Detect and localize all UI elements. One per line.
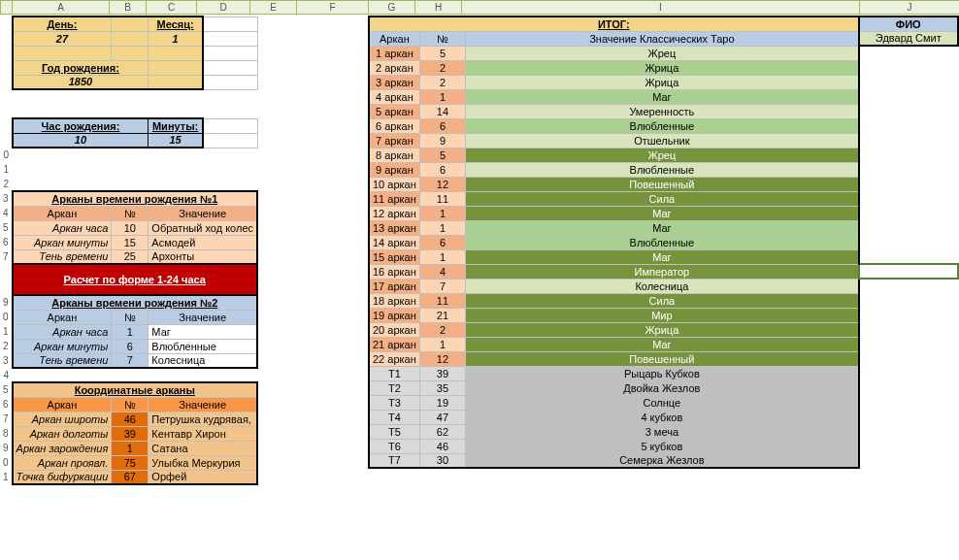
cell[interactable] — [859, 439, 958, 453]
t-meaning[interactable]: 4 кубков — [466, 410, 859, 424]
arcane-meaning[interactable]: Сила — [466, 191, 859, 206]
bt1-r1-m[interactable]: Асмодей — [149, 235, 257, 249]
coord-r0-a[interactable]: Аркан широты — [13, 412, 112, 426]
t-meaning[interactable]: Семерка Жезлов — [466, 453, 859, 468]
arcane-label[interactable]: 6 аркан — [369, 118, 419, 133]
arcane-num[interactable]: 5 — [419, 148, 465, 162]
coord-r4-a[interactable]: Точка бифуркации — [13, 470, 112, 484]
bt1-r2-m[interactable]: Архонты — [149, 249, 257, 264]
arcane-meaning[interactable]: Влюбленные — [466, 235, 859, 249]
arcane-label[interactable]: 1 аркан — [369, 46, 419, 60]
arcane-label[interactable]: 13 аркан — [369, 220, 419, 235]
cell[interactable] — [859, 46, 958, 60]
year-value[interactable]: 1850 — [13, 75, 149, 89]
arcane-num[interactable]: 1 — [419, 206, 465, 220]
coord-r2-m[interactable]: Сатана — [149, 441, 257, 455]
cell[interactable] — [13, 46, 112, 60]
cell[interactable] — [859, 293, 958, 308]
cell[interactable] — [859, 351, 958, 366]
coord-r1-n[interactable]: 39 — [112, 426, 149, 441]
col-E[interactable]: E — [250, 1, 297, 15]
arcane-label[interactable]: 11 аркан — [369, 191, 419, 206]
coord-r0-m[interactable]: Петрушка кудрявая, — [149, 412, 257, 426]
bt1-r1-n[interactable]: 15 — [112, 235, 149, 249]
t-label[interactable]: Т6 — [369, 439, 419, 453]
arcane-num[interactable]: 5 — [419, 46, 465, 60]
t-num[interactable]: 19 — [419, 395, 465, 410]
coord-r2-a[interactable]: Аркан зарождения — [13, 441, 112, 455]
bt1-r0-m[interactable]: Обратный ход колес — [149, 220, 257, 235]
bt1-r0-n[interactable]: 10 — [112, 220, 149, 235]
bt1-r2-n[interactable]: 25 — [112, 249, 149, 264]
t-label[interactable]: Т3 — [369, 395, 419, 410]
t-meaning[interactable]: 3 меча — [466, 424, 859, 439]
cell[interactable] — [859, 279, 958, 293]
arcane-label[interactable]: 10 аркан — [369, 177, 419, 191]
arcane-meaning[interactable]: Жрица — [466, 60, 859, 75]
cell[interactable] — [859, 453, 958, 468]
coord-r4-m[interactable]: Орфей — [149, 470, 257, 484]
cell[interactable] — [203, 118, 257, 133]
cell[interactable] — [203, 46, 257, 60]
arcane-label[interactable]: 3 аркан — [369, 75, 419, 89]
cell[interactable] — [859, 148, 958, 162]
coord-r1-m[interactable]: Кентавр Хирон — [149, 426, 257, 441]
arcane-num[interactable]: 6 — [419, 235, 465, 249]
coord-r1-a[interactable]: Аркан долготы — [13, 426, 112, 441]
arcane-num[interactable]: 1 — [419, 220, 465, 235]
col-B[interactable]: B — [110, 1, 147, 15]
arcane-meaning[interactable]: Влюбленные — [466, 118, 859, 133]
bt2-r0-a[interactable]: Аркан часа — [13, 324, 112, 339]
t-num[interactable]: 35 — [419, 380, 465, 395]
col-F[interactable]: F — [297, 1, 369, 15]
cell[interactable] — [859, 424, 958, 439]
arcane-label[interactable]: 15 аркан — [369, 249, 419, 264]
col-G[interactable]: G — [369, 1, 415, 15]
cell[interactable] — [149, 46, 203, 60]
cell[interactable] — [859, 104, 958, 118]
cell[interactable] — [859, 220, 958, 235]
arcane-label[interactable]: 5 аркан — [369, 104, 419, 118]
arcane-label[interactable]: 16 аркан — [369, 264, 419, 279]
bt1-r0-a[interactable]: Аркан часа — [13, 220, 112, 235]
arcane-meaning[interactable]: Маг — [466, 89, 859, 104]
arcane-label[interactable]: 20 аркан — [369, 322, 419, 337]
coord-r4-n[interactable]: 67 — [112, 470, 149, 484]
t-label[interactable]: Т4 — [369, 410, 419, 424]
fio-value[interactable]: Эдвард Смит — [859, 31, 958, 46]
arcane-num[interactable]: 1 — [419, 249, 465, 264]
arcane-label[interactable]: 8 аркан — [369, 148, 419, 162]
cell[interactable] — [859, 249, 958, 264]
arcane-label[interactable]: 17 аркан — [369, 279, 419, 293]
cell[interactable] — [112, 46, 149, 60]
day-value[interactable]: 27 — [13, 31, 112, 46]
cell[interactable] — [203, 75, 257, 89]
arcane-meaning[interactable]: Жрец — [466, 148, 859, 162]
arcane-meaning[interactable]: Маг — [466, 249, 859, 264]
arcane-meaning[interactable]: Влюбленные — [466, 162, 859, 177]
cell[interactable] — [859, 235, 958, 249]
col-H[interactable]: H — [415, 1, 462, 15]
cell[interactable] — [149, 75, 203, 89]
hour-value[interactable]: 10 — [13, 133, 149, 148]
coord-r2-n[interactable]: 1 — [112, 441, 149, 455]
bt2-r0-n[interactable]: 1 — [112, 324, 149, 339]
cell[interactable] — [203, 133, 257, 148]
cell[interactable] — [859, 133, 958, 148]
t-label[interactable]: Т5 — [369, 424, 419, 439]
red-bar[interactable]: Расчет по форме 1-24 часа — [13, 264, 257, 295]
arcane-meaning[interactable]: Умеренность — [466, 104, 859, 118]
arcane-num[interactable]: 7 — [419, 279, 465, 293]
cell[interactable] — [203, 31, 257, 46]
bt2-r0-m[interactable]: Маг — [149, 324, 257, 339]
cell[interactable] — [149, 60, 203, 75]
arcane-meaning[interactable]: Сила — [466, 293, 859, 308]
month-value[interactable]: 1 — [149, 31, 203, 46]
arcane-num[interactable]: 6 — [419, 118, 465, 133]
arcane-label[interactable]: 22 аркан — [369, 351, 419, 366]
t-meaning[interactable]: 5 кубков — [466, 439, 859, 453]
arcane-num[interactable]: 9 — [419, 133, 465, 148]
arcane-label[interactable]: 12 аркан — [369, 206, 419, 220]
cell[interactable] — [859, 337, 958, 351]
t-num[interactable]: 46 — [419, 439, 465, 453]
